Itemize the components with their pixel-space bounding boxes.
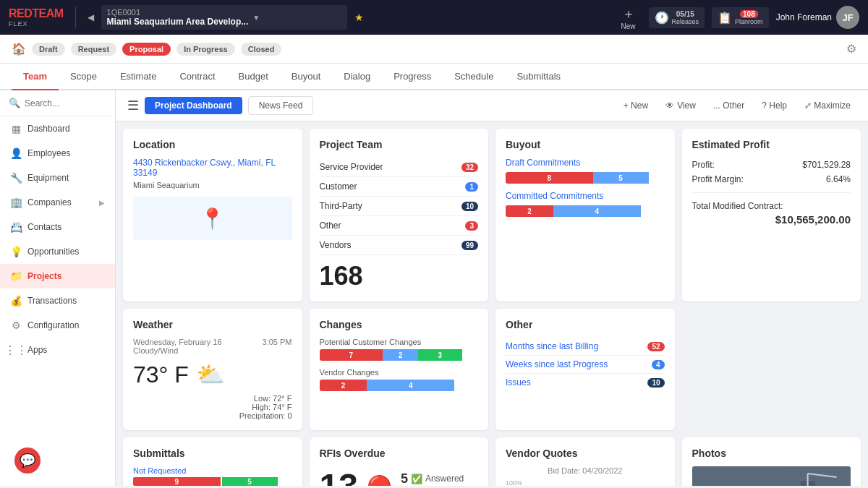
view-button[interactable]: 👁View xyxy=(660,98,702,114)
tab-buyout[interactable]: Buyout xyxy=(280,64,332,90)
vendor-quotes-title: Vendor Quotes xyxy=(506,448,665,459)
status-draft[interactable]: Draft xyxy=(32,43,65,56)
main-layout: 🔍 ▦ Dashboard 👤 Employees 🔧 Equipment 🏢 … xyxy=(0,90,868,486)
team-label-customer: Customer xyxy=(320,181,357,192)
bid-date: Bid Date: 04/20/2022 xyxy=(506,466,665,475)
hamburger-icon[interactable]: ☰ xyxy=(127,98,139,114)
issues-link[interactable]: Issues xyxy=(506,377,531,388)
sub-label-not-requested: Not Requested xyxy=(133,466,292,475)
new-action-button[interactable]: + New xyxy=(618,98,654,114)
other-title: Other xyxy=(506,319,665,330)
contacts-icon: 📇 xyxy=(10,221,22,233)
logo-sub: FLEX xyxy=(9,20,28,27)
tab-dialog[interactable]: Dialog xyxy=(332,64,382,90)
status-proposal[interactable]: Proposal xyxy=(122,43,171,56)
action-bar: ☰ Project Dashboard News Feed + New 👁Vie… xyxy=(116,90,868,121)
team-row-service: Service Provider 32 xyxy=(320,158,479,177)
sidebar-item-transactions[interactable]: 💰 Transactions xyxy=(0,288,115,313)
dashboard-grid: Location 4430 Rickenbacker Cswy., Miami,… xyxy=(116,121,868,437)
home-icon[interactable]: 🏠 xyxy=(12,42,26,56)
profit-value: $701,529.28 xyxy=(802,160,851,170)
team-count-vendors: 99 xyxy=(461,241,478,250)
other-button[interactable]: ... Other xyxy=(707,98,750,114)
settings-icon[interactable]: ⚙ xyxy=(846,42,856,56)
project-dashboard-button[interactable]: Project Dashboard xyxy=(145,97,242,114)
project-selector[interactable]: 1QE0001 Miami Seaquarium Area Develop...… xyxy=(101,5,347,30)
status-inprogress[interactable]: In Progress xyxy=(176,43,235,56)
project-team-card: Project Team Service Provider 32 Custome… xyxy=(310,129,489,301)
favorite-icon[interactable]: ★ xyxy=(354,12,364,23)
help-button[interactable]: ? Help xyxy=(756,98,793,114)
weather-precip: Precipitation: 0 xyxy=(133,411,292,420)
tab-submittals[interactable]: Submittals xyxy=(505,64,572,90)
tab-contract[interactable]: Contract xyxy=(168,64,226,90)
weather-low: Low: 72° F xyxy=(133,394,292,403)
chevron-right-icon: ▶ xyxy=(99,199,105,207)
billing-count: 52 xyxy=(647,342,664,351)
sidebar-item-employees[interactable]: 👤 Employees xyxy=(0,141,115,166)
team-count-customer: 1 xyxy=(465,182,478,192)
profit-row: Profit: $701,529.28 xyxy=(692,158,851,172)
rfis-title: RFIs Overdue xyxy=(320,448,479,459)
new-button[interactable]: ＋ New xyxy=(616,5,642,30)
content-area: ☰ Project Dashboard News Feed + New 👁Vie… xyxy=(116,90,868,486)
location-address[interactable]: 4430 Rickenbacker Cswy., Miami, FL 33149 xyxy=(133,158,292,178)
sidebar-item-apps[interactable]: ⋮⋮ Apps xyxy=(0,338,115,362)
status-closed[interactable]: Closed xyxy=(241,43,282,56)
sidebar-label-configuration: Configuration xyxy=(27,320,79,330)
progress-link[interactable]: Weeks since last Progress xyxy=(506,359,608,369)
logo: REDTEAM FLEX xyxy=(9,7,64,27)
sidebar-item-equipment[interactable]: 🔧 Equipment xyxy=(0,166,115,190)
team-count-service: 32 xyxy=(461,163,478,172)
planroom-button[interactable]: 📋 108 Planroom xyxy=(712,7,769,28)
maximize-button[interactable]: ⤢ Maximize xyxy=(799,98,856,114)
rfis-card: RFIs Overdue 13 🔴 5 ✅ Answered 2 ⚠️ xyxy=(310,437,489,486)
sidebar-item-projects[interactable]: 📁 Projects xyxy=(0,264,115,288)
draft-bar-red: 8 xyxy=(506,172,593,184)
weather-title: Weather xyxy=(133,319,292,330)
check-icon: ✅ xyxy=(411,474,422,484)
tab-estimate[interactable]: Estimate xyxy=(109,64,169,90)
chart-wrapper: 100%90%80%70%60%50%40%30%20%10%0% xyxy=(506,479,665,486)
sidebar-item-contacts[interactable]: 📇 Contacts xyxy=(0,215,115,239)
user-info: John Foreman JF xyxy=(776,6,859,29)
construction-photo-svg xyxy=(692,466,851,486)
releases-button[interactable]: 🕐 05/15 Releases xyxy=(649,7,705,28)
tab-scope[interactable]: Scope xyxy=(59,64,109,90)
employees-icon: 👤 xyxy=(10,147,22,159)
changes-title: Changes xyxy=(320,319,479,330)
news-feed-button[interactable]: News Feed xyxy=(248,96,314,115)
customer-changes-seg-red: 7 xyxy=(320,349,383,361)
sidebar-item-dashboard[interactable]: ▦ Dashboard xyxy=(0,116,115,141)
sidebar-item-configuration[interactable]: ⚙ Configuration xyxy=(0,313,115,338)
tab-progress[interactable]: Progress xyxy=(382,64,443,90)
committed-bar: 2 4 xyxy=(506,205,665,217)
search-input[interactable] xyxy=(25,98,106,108)
tab-budget[interactable]: Budget xyxy=(227,64,280,90)
notification-button[interactable]: 💬 xyxy=(14,448,41,474)
billing-link[interactable]: Months since last Billing xyxy=(506,341,598,351)
tab-team[interactable]: Team xyxy=(12,64,59,90)
sidebar-label-opportunities: Opportunities xyxy=(27,247,79,257)
project-id: 1QE0001 xyxy=(107,8,249,17)
rfi-answered-row: 5 ✅ Answered xyxy=(401,471,464,487)
location-title: Location xyxy=(133,139,292,150)
margin-row: Profit Margin: 6.64% xyxy=(692,172,851,187)
sidebar-label-contacts: Contacts xyxy=(27,222,61,232)
committed-commitments-link[interactable]: Committed Commitments xyxy=(506,191,665,201)
tab-schedule[interactable]: Schedule xyxy=(443,64,505,90)
weather-condition: Cloudy/Wind xyxy=(133,346,292,355)
team-label-service: Service Provider xyxy=(320,162,383,172)
sidebar-item-opportunities[interactable]: 💡 Opportunities xyxy=(0,239,115,264)
map-pin-icon: 📍 xyxy=(200,207,225,231)
customer-changes-seg-blue: 2 xyxy=(383,349,417,361)
draft-commitments-link[interactable]: Draft Commitments xyxy=(506,158,665,168)
rfi-answered-label: Answered xyxy=(425,474,464,484)
other-row-progress: Weeks since last Progress 4 xyxy=(506,356,665,374)
progress-count: 4 xyxy=(652,360,665,369)
status-request[interactable]: Request xyxy=(71,43,116,56)
sidebar-label-projects: Projects xyxy=(27,271,61,281)
sidebar-item-companies[interactable]: 🏢 Companies ▶ xyxy=(0,190,115,215)
user-name: John Foreman xyxy=(776,12,832,22)
team-count-thirdparty: 10 xyxy=(461,202,478,211)
